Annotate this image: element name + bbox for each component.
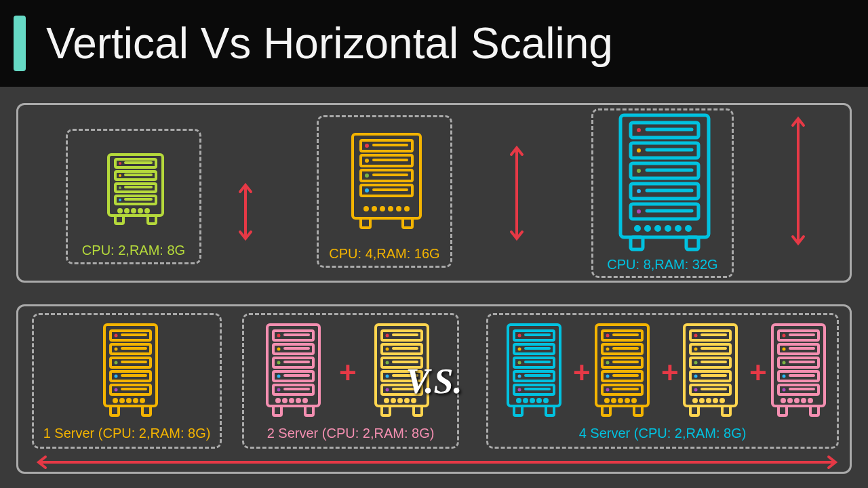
svg-point-121: [386, 348, 389, 351]
svg-point-37: [389, 207, 392, 210]
svg-point-123: [386, 375, 389, 378]
svg-point-166: [606, 334, 610, 338]
svg-point-154: [524, 399, 527, 402]
svg-point-76: [115, 361, 118, 365]
svg-point-61: [656, 227, 660, 230]
svg-point-59: [636, 227, 639, 230]
server-group-large: CPU: 8,RAM: 32G: [591, 108, 734, 278]
server-cluster-4: + +: [486, 313, 839, 449]
svg-point-49: [637, 128, 641, 132]
server-icon: [682, 322, 739, 420]
cluster-label: 2 Server (CPU: 2,RAM: 8G): [244, 426, 457, 441]
svg-point-156: [538, 399, 540, 402]
accent-bar: [14, 16, 26, 71]
svg-point-7: [119, 186, 121, 189]
svg-rect-204: [690, 406, 698, 415]
svg-point-124: [386, 388, 389, 392]
svg-point-60: [646, 227, 650, 230]
svg-point-177: [612, 399, 615, 402]
svg-point-201: [707, 399, 710, 402]
page-title: Vertical Vs Horizontal Scaling: [46, 18, 613, 68]
svg-point-110: [297, 399, 300, 402]
cluster-label: 1 Server (CPU: 2,RAM: 8G): [34, 426, 220, 441]
svg-point-26: [365, 144, 369, 148]
svg-rect-113: [305, 406, 313, 415]
svg-rect-41: [403, 218, 412, 228]
svg-point-144: [518, 348, 521, 351]
svg-point-107: [277, 399, 279, 402]
server-icon: [102, 322, 159, 420]
svg-rect-159: [546, 406, 554, 415]
svg-point-157: [545, 399, 547, 402]
svg-point-34: [365, 207, 368, 210]
svg-rect-228: [810, 406, 818, 415]
svg-point-29: [365, 188, 369, 192]
server-spec-label: CPU: 4,RAM: 16G: [319, 246, 450, 262]
svg-point-168: [606, 361, 610, 365]
svg-rect-112: [273, 406, 281, 415]
svg-point-86: [127, 399, 130, 402]
server-icon: [505, 322, 563, 420]
svg-rect-19: [148, 216, 156, 224]
svg-point-5: [119, 162, 121, 165]
svg-point-131: [392, 399, 395, 402]
server-spec-label: CPU: 8,RAM: 32G: [593, 257, 732, 272]
svg-point-143: [518, 334, 521, 338]
server-icon: [593, 322, 651, 420]
svg-point-6: [119, 174, 121, 177]
svg-point-100: [277, 375, 281, 378]
svg-point-50: [637, 148, 641, 152]
svg-point-15: [132, 209, 135, 212]
svg-point-78: [115, 388, 118, 392]
server-spec-label: CPU: 2,RAM: 8G: [68, 243, 199, 258]
svg-point-189: [694, 334, 698, 338]
svg-point-99: [277, 361, 281, 365]
svg-point-111: [304, 399, 307, 402]
svg-point-170: [606, 388, 610, 392]
svg-point-214: [783, 361, 786, 365]
svg-point-28: [365, 174, 369, 178]
svg-point-14: [125, 209, 128, 212]
svg-point-87: [134, 399, 137, 402]
svg-point-192: [694, 375, 698, 378]
svg-point-146: [518, 375, 521, 378]
svg-point-225: [802, 399, 805, 402]
svg-point-199: [694, 399, 696, 402]
server-group-small: CPU: 2,RAM: 8G: [66, 129, 201, 264]
svg-rect-89: [111, 406, 119, 415]
svg-rect-135: [382, 406, 390, 415]
svg-point-38: [397, 207, 400, 210]
svg-point-202: [714, 399, 717, 402]
svg-point-130: [385, 399, 388, 402]
svg-point-180: [633, 399, 635, 402]
svg-point-203: [721, 399, 724, 402]
server-group-medium: CPU: 4,RAM: 16G: [317, 115, 452, 268]
horizontal-arrow-icon: [32, 454, 842, 470]
svg-point-17: [146, 209, 149, 212]
svg-rect-182: [634, 406, 642, 415]
server-icon: [105, 151, 166, 229]
vertical-scaling-panel: CPU: 2,RAM: 8G: [16, 103, 852, 283]
vertical-arrow-icon: [507, 142, 527, 244]
svg-point-98: [277, 348, 281, 351]
svg-point-169: [606, 375, 610, 378]
svg-point-16: [139, 209, 142, 212]
svg-point-85: [121, 399, 123, 402]
svg-point-108: [283, 399, 286, 402]
vertical-arrow-icon: [788, 113, 808, 249]
svg-point-191: [694, 361, 698, 365]
svg-point-223: [789, 399, 791, 402]
plus-icon: +: [573, 356, 591, 390]
svg-rect-158: [514, 406, 522, 415]
plus-icon: +: [339, 356, 357, 390]
svg-rect-205: [722, 406, 730, 415]
svg-point-88: [141, 399, 144, 402]
svg-point-176: [606, 399, 608, 402]
svg-point-178: [619, 399, 622, 402]
svg-point-216: [783, 388, 786, 392]
svg-point-63: [677, 227, 680, 230]
vertical-arrow-icon: [235, 180, 256, 244]
svg-point-224: [795, 399, 798, 402]
svg-rect-227: [778, 406, 787, 415]
svg-point-132: [399, 399, 401, 402]
